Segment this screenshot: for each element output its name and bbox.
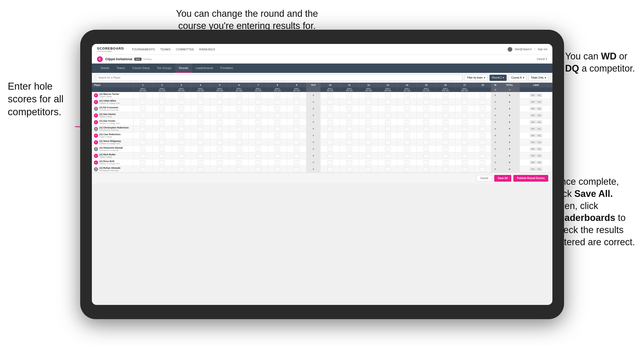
hole-3-input[interactable]	[179, 120, 184, 125]
hole-5-input-cell[interactable]	[210, 166, 229, 173]
hole-10-input[interactable]	[327, 140, 333, 145]
hole-9-input[interactable]	[294, 160, 299, 165]
hole-15-input[interactable]	[423, 93, 429, 98]
hole-5-input[interactable]	[217, 140, 223, 145]
hole-10-input-cell[interactable]	[321, 159, 340, 166]
hole-4-input[interactable]	[198, 93, 203, 98]
hole-14-input[interactable]	[404, 127, 410, 131]
hole-6-input[interactable]	[236, 93, 242, 98]
hole-9-input-cell[interactable]	[287, 139, 306, 146]
hole-16-input[interactable]	[443, 127, 448, 131]
hole-5-input[interactable]	[217, 100, 223, 104]
hole-3-input[interactable]	[179, 113, 184, 118]
hole-9-input[interactable]	[294, 113, 299, 118]
hole-9-input[interactable]	[294, 153, 299, 158]
hole-5-input[interactable]	[217, 127, 223, 131]
hole-16-input[interactable]	[443, 140, 448, 145]
hole-12-input[interactable]	[366, 120, 371, 125]
hole-4-input[interactable]	[198, 100, 203, 104]
hole-2-input[interactable]	[159, 167, 165, 172]
hole-7-input-cell[interactable]	[249, 92, 268, 99]
hole-18-input-cell[interactable]	[474, 146, 491, 152]
hole-13-input[interactable]	[385, 147, 391, 151]
hole-5-input[interactable]	[217, 113, 223, 118]
hole-13-input-cell[interactable]	[378, 146, 397, 152]
hole-9-input[interactable]	[294, 120, 299, 125]
hole-2-input-cell[interactable]	[152, 152, 172, 159]
hole-2-input[interactable]	[159, 133, 165, 138]
hole-18-input[interactable]	[480, 140, 485, 145]
hole-17-input[interactable]	[462, 100, 468, 104]
hole-5-input-cell[interactable]	[210, 99, 229, 105]
hole-16-input-cell[interactable]	[436, 166, 455, 173]
hole-7-input[interactable]	[255, 106, 261, 111]
hole-12-input-cell[interactable]	[359, 112, 378, 119]
hole-7-input-cell[interactable]	[249, 99, 268, 105]
hole-18-input-cell[interactable]	[474, 99, 491, 105]
hole-2-input[interactable]	[159, 127, 165, 131]
hole-13-input-cell[interactable]	[378, 139, 397, 146]
hole-16-input-cell[interactable]	[436, 132, 455, 139]
hole-15-input-cell[interactable]	[417, 139, 436, 146]
hole-15-input[interactable]	[423, 153, 429, 158]
hole-15-input[interactable]	[423, 167, 429, 172]
dq-button[interactable]: DQ	[536, 94, 542, 97]
hole-18-input-cell[interactable]	[474, 159, 491, 166]
hole-14-input[interactable]	[404, 100, 410, 104]
hole-12-input-cell[interactable]	[359, 139, 378, 146]
hole-7-input[interactable]	[255, 133, 261, 138]
hole-12-input-cell[interactable]	[359, 146, 378, 152]
hole-12-input-cell[interactable]	[359, 99, 378, 105]
hole-7-input-cell[interactable]	[249, 146, 268, 152]
hole-7-input-cell[interactable]	[249, 105, 268, 112]
hole-13-input-cell[interactable]	[378, 159, 397, 166]
hole-2-input-cell[interactable]	[152, 159, 172, 166]
hole-13-input-cell[interactable]	[378, 105, 397, 112]
hole-4-input-cell[interactable]	[191, 119, 210, 126]
hole-12-input[interactable]	[366, 93, 371, 98]
hole-5-input[interactable]	[217, 153, 223, 158]
hole-10-input[interactable]	[327, 127, 333, 131]
hole-15-input-cell[interactable]	[417, 126, 436, 132]
hole-3-input[interactable]	[179, 127, 184, 131]
hole-6-input-cell[interactable]	[229, 132, 248, 139]
hole-15-input[interactable]	[423, 160, 429, 165]
wd-button[interactable]: WD	[530, 154, 536, 157]
hole-14-input[interactable]	[404, 167, 410, 172]
publish-round-button[interactable]: Publish Round Scores	[513, 175, 548, 182]
hole-12-input-cell[interactable]	[359, 119, 378, 126]
hole-10-input-cell[interactable]	[321, 92, 340, 99]
hole-6-input[interactable]	[236, 100, 242, 104]
hole-14-input-cell[interactable]	[397, 105, 417, 112]
hole-5-input[interactable]	[217, 93, 223, 98]
hole-12-input-cell[interactable]	[359, 92, 378, 99]
hole-18-input-cell[interactable]	[474, 152, 491, 159]
hole-6-input[interactable]	[236, 167, 242, 172]
hole-5-input-cell[interactable]	[210, 152, 229, 159]
hole-18-input-cell[interactable]	[474, 166, 491, 173]
hole-17-input-cell[interactable]	[455, 166, 474, 173]
hole-10-input-cell[interactable]	[321, 99, 340, 105]
hole-16-input-cell[interactable]	[436, 99, 455, 105]
hole-7-input[interactable]	[255, 100, 261, 104]
hole-4-input-cell[interactable]	[191, 166, 210, 173]
hole-10-input-cell[interactable]	[321, 132, 340, 139]
hole-16-input[interactable]	[443, 106, 448, 111]
hole-10-input[interactable]	[327, 147, 333, 151]
hole-3-input[interactable]	[179, 153, 184, 158]
hole-5-input[interactable]	[217, 147, 223, 151]
hole-7-input-cell[interactable]	[249, 166, 268, 173]
hole-3-input-cell[interactable]	[172, 139, 191, 146]
hole-3-input[interactable]	[179, 140, 184, 145]
hole-5-input-cell[interactable]	[210, 119, 229, 126]
hole-7-input-cell[interactable]	[249, 119, 268, 126]
hole-13-input[interactable]	[385, 160, 391, 165]
hole-11-input[interactable]	[346, 167, 352, 172]
hole-8-input[interactable]	[275, 140, 280, 145]
hole-8-input-cell[interactable]	[268, 139, 287, 146]
hole-2-input[interactable]	[159, 160, 165, 165]
hole-4-input[interactable]	[198, 127, 203, 131]
hole-15-input-cell[interactable]	[417, 92, 436, 99]
dq-button[interactable]: DQ	[536, 114, 542, 117]
hole-3-input-cell[interactable]	[172, 159, 191, 166]
